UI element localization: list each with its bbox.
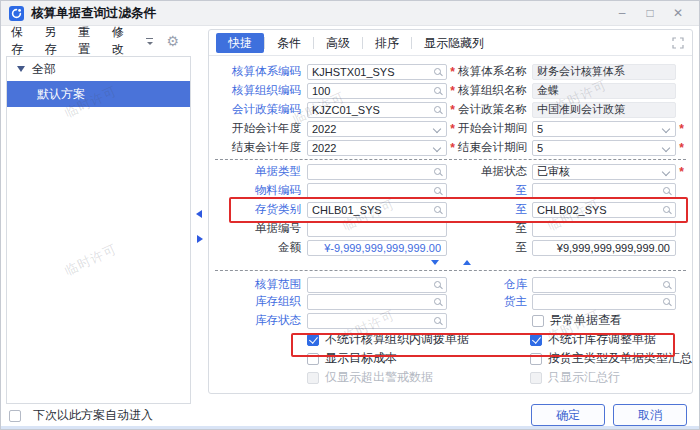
tab-show-hide-columns[interactable]: 显示隐藏列 [412, 33, 496, 53]
tree-node-all[interactable]: 全部 [7, 57, 190, 81]
more-menu-icon[interactable] [145, 37, 154, 46]
amount-to-input[interactable] [533, 241, 675, 255]
search-icon[interactable] [434, 298, 441, 305]
search-icon[interactable] [434, 206, 441, 213]
scheme-tree: 全部 默认方案 [6, 56, 191, 404]
accounting-system-name-field [532, 64, 676, 80]
field-label[interactable]: 核算范围 [209, 277, 307, 292]
bill-type-input[interactable] [308, 165, 446, 179]
search-icon[interactable] [434, 106, 441, 113]
field-label[interactable]: 会计政策编码 [209, 102, 307, 117]
field-label[interactable]: 至 [458, 202, 532, 217]
form-row: 存货类别 至 [209, 200, 692, 219]
material-code-to-input[interactable] [533, 184, 675, 198]
exclude-internal-transfer-checkbox[interactable] [307, 334, 319, 346]
selected-scheme-label: 默认方案 [37, 86, 85, 103]
cancel-button[interactable]: 取消 [613, 404, 687, 426]
accounting-policy-code-input[interactable] [308, 103, 446, 117]
tree-node-default-scheme[interactable]: 默认方案 [7, 81, 190, 107]
search-icon[interactable] [663, 298, 670, 305]
accounting-system-code-input[interactable] [308, 65, 446, 79]
search-icon[interactable] [434, 168, 441, 175]
form-row: 库存状态 异常单据查看 [209, 311, 692, 330]
tab-sort[interactable]: 排序 [363, 33, 411, 53]
accounting-system-name-value [533, 65, 675, 79]
only-show-summary-row-label: 只显示汇总行 [548, 369, 620, 386]
field-label[interactable]: 物料编码 [209, 183, 307, 198]
show-target-cost-label: 显示目标成本 [325, 350, 397, 367]
material-code-field [307, 183, 447, 199]
search-icon[interactable] [663, 187, 670, 194]
material-code-input[interactable] [308, 184, 446, 198]
form-row: 金额 至 [209, 238, 692, 257]
end-period-select[interactable] [533, 141, 675, 155]
accounting-scope-field [307, 277, 447, 293]
amount-from-input[interactable] [308, 241, 446, 255]
fullscreen-icon[interactable] [672, 37, 684, 49]
field-label[interactable]: 单据类型 [209, 164, 307, 179]
inventory-category-input[interactable] [308, 203, 446, 217]
bill-number-input[interactable] [308, 222, 446, 236]
show-target-cost-checkbox[interactable] [307, 353, 319, 365]
warehouse-input[interactable] [533, 278, 675, 292]
field-label[interactable]: 货主 [458, 294, 532, 309]
expand-panel-arrow-icon[interactable] [197, 235, 203, 243]
inventory-status-input[interactable] [308, 314, 446, 328]
gear-icon[interactable]: ⚙ [166, 34, 179, 48]
accounting-policy-code-field [307, 102, 447, 118]
summarize-by-owner-type-checkbox[interactable] [530, 353, 542, 365]
field-label[interactable]: 核算组织编码 [209, 83, 307, 98]
tree-expand-icon[interactable] [17, 66, 25, 72]
filter-dialog: 核算单据查询过滤条件 – □ ✕ 保存 另存 重置 修改 ⚙ 全部 默认方案 下… [0, 0, 700, 430]
exclude-inventory-adjust-checkbox[interactable] [530, 334, 542, 346]
field-label[interactable]: 库存组织 [209, 294, 307, 309]
search-icon[interactable] [663, 206, 670, 213]
form-row: 单据类型 单据状态 * [209, 162, 692, 181]
minimize-icon[interactable]: – [615, 6, 629, 20]
tab-condition[interactable]: 条件 [265, 33, 313, 53]
inventory-org-field [307, 294, 447, 310]
required-mark: * [447, 84, 458, 98]
bill-number-to-input[interactable] [533, 222, 675, 236]
collapse-section-icon[interactable] [431, 260, 439, 265]
save-as-button[interactable]: 另存 [45, 24, 65, 58]
end-fiscal-year-select[interactable] [308, 141, 446, 155]
field-label[interactable]: 库存状态 [209, 313, 307, 328]
abnormal-bills-label: 异常单据查看 [550, 312, 622, 329]
bill-number-to-field [532, 221, 676, 237]
search-icon[interactable] [434, 187, 441, 194]
search-icon[interactable] [663, 281, 670, 288]
field-label: 至 [458, 240, 532, 255]
accounting-org-code-input[interactable] [308, 84, 446, 98]
section-divider [215, 159, 686, 160]
search-icon[interactable] [434, 68, 441, 75]
tab-advanced[interactable]: 高级 [314, 33, 362, 53]
auto-enter-checkbox[interactable] [9, 410, 21, 422]
inventory-org-input[interactable] [308, 295, 446, 309]
inventory-category-to-input[interactable] [533, 203, 675, 217]
start-fiscal-year-select[interactable] [308, 122, 446, 136]
expand-section-icon[interactable] [463, 260, 471, 265]
bill-status-select[interactable] [533, 165, 675, 179]
collapse-panel-arrow-icon[interactable] [196, 210, 202, 218]
accounting-scope-input[interactable] [308, 278, 446, 292]
only-show-alert-data-label: 仅显示超出警戒数据 [325, 369, 433, 386]
ok-button[interactable]: 确定 [531, 404, 605, 426]
search-icon[interactable] [434, 87, 441, 94]
tab-quick[interactable]: 快捷 [216, 33, 264, 53]
save-button[interactable]: 保存 [11, 24, 31, 58]
reset-button[interactable]: 重置 [78, 24, 98, 58]
maximize-icon[interactable]: □ [643, 6, 657, 20]
field-label[interactable]: 至 [458, 183, 532, 198]
search-icon[interactable] [434, 317, 441, 324]
field-label[interactable]: 核算体系编码 [209, 64, 307, 79]
field-label: 金额 [209, 240, 307, 255]
field-label[interactable]: 存货类别 [209, 202, 307, 217]
modify-button[interactable]: 修改 [112, 24, 132, 58]
close-icon[interactable]: ✕ [671, 6, 685, 20]
search-icon[interactable] [434, 281, 441, 288]
start-period-select[interactable] [533, 122, 675, 136]
owner-input[interactable] [533, 295, 675, 309]
abnormal-bills-checkbox[interactable] [532, 315, 544, 327]
field-label[interactable]: 仓库 [458, 277, 532, 292]
